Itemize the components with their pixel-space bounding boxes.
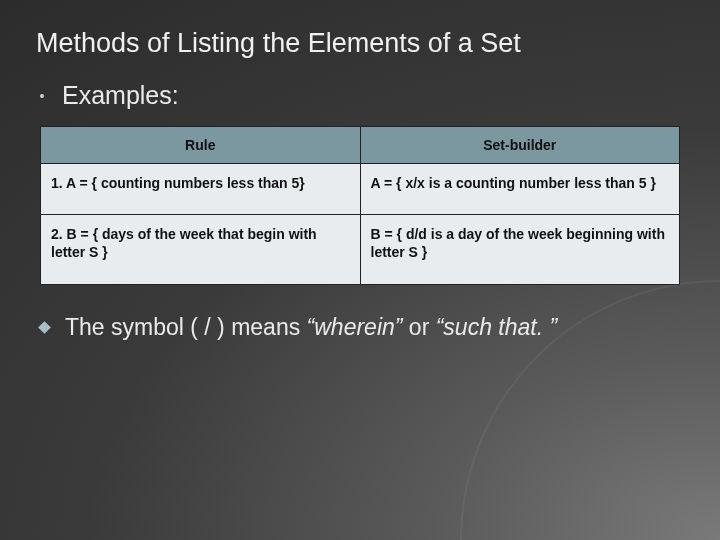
note-quote-2: “such that. ” xyxy=(436,314,557,340)
examples-table: Rule Set-builder 1. A = { counting numbe… xyxy=(40,126,680,285)
col-header-rule: Rule xyxy=(41,127,361,164)
subheading-row: Examples: xyxy=(40,81,684,110)
cell-builder: B = { d/d is a day of the week beginning… xyxy=(360,215,680,284)
cell-rule: 1. A = { counting numbers less than 5} xyxy=(41,164,361,215)
note-mid: or xyxy=(402,314,435,340)
note-pre: The symbol ( / ) means xyxy=(65,314,307,340)
note-quote-1: “wherein” xyxy=(307,314,403,340)
cell-rule: 2. B = { days of the week that begin wit… xyxy=(41,215,361,284)
note-row: The symbol ( / ) means “wherein” or “suc… xyxy=(40,313,684,342)
cell-builder: A = { x/x is a counting number less than… xyxy=(360,164,680,215)
diamond-bullet-icon xyxy=(38,321,51,334)
subheading: Examples: xyxy=(62,81,179,110)
table-header-row: Rule Set-builder xyxy=(41,127,680,164)
table-row: 2. B = { days of the week that begin wit… xyxy=(41,215,680,284)
bullet-dot-icon xyxy=(40,94,44,98)
col-header-setbuilder: Set-builder xyxy=(360,127,680,164)
note-text: The symbol ( / ) means “wherein” or “suc… xyxy=(65,313,557,342)
table-row: 1. A = { counting numbers less than 5} A… xyxy=(41,164,680,215)
page-title: Methods of Listing the Elements of a Set xyxy=(36,28,684,59)
slide: Methods of Listing the Elements of a Set… xyxy=(0,0,720,341)
